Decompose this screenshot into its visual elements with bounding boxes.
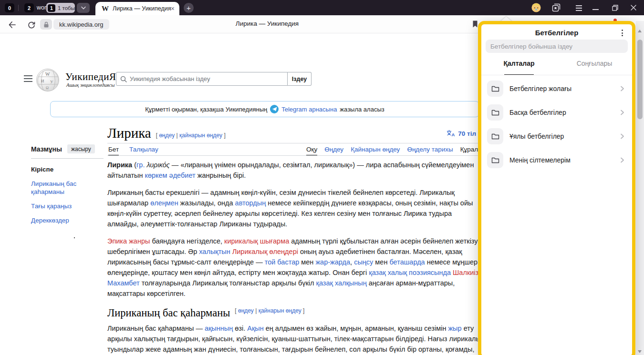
- url-field[interactable]: kk.wikipedia.org: [53, 19, 109, 30]
- tab-close-icon[interactable]: ×: [171, 5, 175, 12]
- folder-icon: [487, 104, 503, 121]
- panel-search-box[interactable]: [486, 40, 628, 53]
- wiki-tagline: Ашық энциклопедиясы: [66, 82, 114, 88]
- scroll-up-arrow-icon[interactable]: [638, 30, 642, 32]
- wikipedia-globe-icon: W И У Ω: [37, 69, 59, 91]
- tab-article[interactable]: Бет: [108, 146, 119, 153]
- tab-history[interactable]: Өңделу тарихы: [407, 146, 453, 153]
- folder-row-mobile-bookmarks[interactable]: Ұялы бетбелгілер: [481, 124, 632, 148]
- tab-tools[interactable]: Құралдар: [460, 146, 478, 153]
- wiki-search-input[interactable]: [130, 75, 283, 82]
- reload-button[interactable]: [27, 20, 36, 30]
- wiki-search-box[interactable]: [116, 72, 288, 86]
- scrollbar-thumb[interactable]: [637, 40, 643, 119]
- title-divider: [107, 143, 478, 143]
- bookmark-flag-button[interactable]: [472, 20, 478, 30]
- panel-search-input[interactable]: [490, 43, 623, 50]
- svg-text:И: И: [41, 79, 44, 83]
- search-icon: [120, 76, 127, 82]
- folder-row-other-bookmarks[interactable]: Басқа бетбелгілер: [481, 101, 632, 124]
- table-of-contents: Мазмұны жасыру Кіріспе Лириканың бас қаһ…: [31, 144, 104, 231]
- panel-menu-button[interactable]: [618, 29, 626, 37]
- site-security-chip[interactable]: [40, 19, 52, 30]
- browser-menu-button[interactable]: [574, 3, 583, 13]
- svg-text:A: A: [452, 132, 455, 137]
- chevron-down-icon: [81, 6, 86, 10]
- scroll-down-arrow-icon[interactable]: [638, 350, 642, 353]
- panel-tab-recent[interactable]: Соңғылары: [557, 60, 632, 72]
- paragraph-3: Эпика жанры баяндауға негізделсе, кирика…: [107, 236, 478, 299]
- tab-group-active-badge: 1: [48, 4, 55, 12]
- window-minimize-button[interactable]: [592, 9, 599, 10]
- back-button[interactable]: [7, 20, 17, 30]
- browser-window: 0 2 work 1 1 тобы W Лирика — Уикипедия ×…: [0, 0, 644, 355]
- svg-text:Ω: Ω: [46, 86, 49, 90]
- window-close-button[interactable]: [629, 3, 638, 12]
- banner-text-after: жазыла аласыз: [340, 106, 384, 113]
- tab-group-active[interactable]: 1 1 тобы: [46, 3, 75, 13]
- toc-hide-button[interactable]: жасыру: [67, 144, 95, 153]
- tab-group-zero[interactable]: 0: [5, 3, 14, 12]
- toc-item-intro[interactable]: Кіріспе: [31, 165, 104, 173]
- chevron-right-icon: [619, 109, 625, 116]
- folder-label: Басқа бетбелгілер: [509, 109, 619, 116]
- avatar-icon: [531, 2, 541, 13]
- tab-edit-source[interactable]: Қайнарын өңдеу: [351, 146, 400, 153]
- restore-icon: [612, 4, 619, 11]
- folder-icon: [487, 152, 503, 168]
- chevron-right-icon: [619, 157, 625, 163]
- folder-icon: [487, 81, 503, 97]
- omnibox-page-title[interactable]: Лирика — Уикипедия: [196, 20, 339, 27]
- bookmark-flag-icon: [472, 20, 478, 28]
- new-tab-button[interactable]: +: [184, 3, 194, 13]
- section-edit-links[interactable]: [ өңдеу | қайнарын өңдеу ]: [235, 305, 304, 318]
- wiki-wordmark[interactable]: УикипедиЯ: [65, 71, 116, 83]
- telegram-banner: Құрметті оқырман, қазақша Уикипедияның T…: [50, 101, 478, 117]
- panel-tabs: Қалталар Соңғылары: [481, 60, 632, 72]
- reload-icon: [27, 20, 36, 30]
- tab-edit[interactable]: Өңдеу: [324, 146, 343, 153]
- wikipedia-favicon: W: [102, 5, 109, 13]
- page-scrollbar[interactable]: [636, 21, 644, 355]
- section-heading: Лириканың бас қаһарманы: [107, 308, 230, 318]
- svg-text:W: W: [45, 71, 50, 77]
- telegram-link[interactable]: Telegram арнасына: [281, 106, 337, 113]
- active-tab[interactable]: W Лирика — Уикипедия ×: [95, 2, 179, 15]
- wiki-main-menu-button[interactable]: [24, 75, 32, 84]
- chevron-right-icon: [619, 85, 625, 92]
- chevron-right-icon: [619, 133, 625, 140]
- tab-group-work-badge[interactable]: 2: [24, 3, 34, 12]
- wiki-search: Іздеу: [116, 72, 312, 86]
- stray-dot: [74, 237, 75, 238]
- folder-label: Бетбелгілер жолағы: [509, 85, 619, 92]
- panel-tab-folders[interactable]: Қалталар: [481, 60, 557, 72]
- panel-divider: [481, 75, 632, 75]
- folder-row-bookmarks-bar[interactable]: Бетбелгілер жолағы: [481, 77, 632, 101]
- window-restore-button[interactable]: [610, 3, 620, 12]
- profile-avatar[interactable]: [531, 3, 541, 12]
- tabs-divider: [107, 155, 478, 156]
- folder-row-my-links[interactable]: Менің сілтемелерім: [481, 148, 632, 172]
- tab-talk[interactable]: Талқылау: [129, 146, 158, 153]
- lock-icon: [43, 21, 49, 28]
- telegram-icon: [270, 105, 279, 113]
- toc-title: Мазмұны: [31, 145, 62, 153]
- wikipedia-logo[interactable]: W И У Ω: [36, 69, 59, 91]
- folder-icon: [487, 128, 503, 144]
- tab-read[interactable]: Оқу: [306, 146, 317, 153]
- toc-item-hero[interactable]: Лириканың бас қаһарманы: [31, 180, 104, 196]
- article-title: Лирика: [107, 126, 151, 141]
- article-edit-links[interactable]: [ өңдеу | қайнарын өңдеу ]: [156, 132, 226, 141]
- wiki-search-button[interactable]: Іздеу: [288, 72, 312, 86]
- language-switcher[interactable]: A 70 тіл: [410, 130, 476, 137]
- paragraph-1: Лирика (гр. λυρικός — «лираның үнімен ор…: [107, 160, 478, 181]
- svg-text:У: У: [50, 80, 53, 84]
- bookmarks-panel-button[interactable]: [551, 3, 561, 12]
- toc-item-see-also[interactable]: Тағы қараңыз: [31, 202, 104, 210]
- language-count: 70 тіл: [458, 130, 476, 137]
- panel-title: Бетбелгілер: [481, 29, 632, 37]
- tab-group-dropdown[interactable]: [77, 3, 90, 13]
- close-icon: [630, 4, 637, 11]
- toc-item-sources[interactable]: Дереккөздер: [31, 216, 104, 224]
- article-body: Лирика (гр. λυρικός — «лираның үнімен ор…: [107, 160, 478, 355]
